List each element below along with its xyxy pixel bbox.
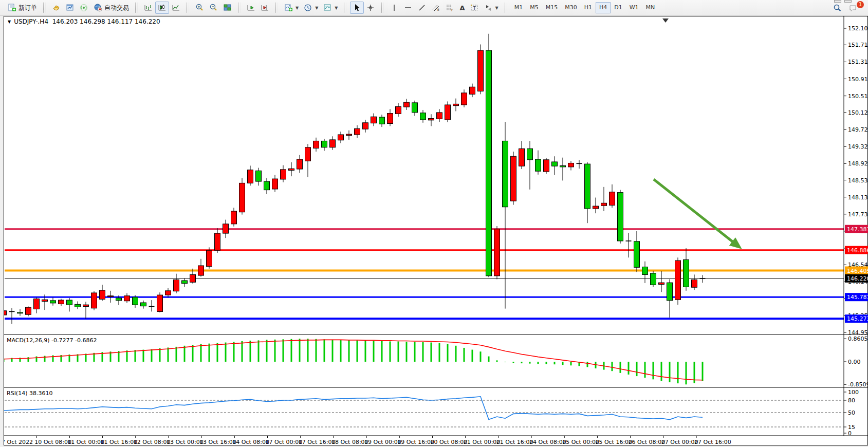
auto-trading-icon [94,4,102,12]
text-label-tool-button[interactable]: T [468,2,482,14]
trendline-tool-button[interactable] [415,2,429,14]
dropdown-arrow-icon: ▼ [335,6,338,10]
macd-indicator-label: MACD(12,26,9) -0.7277 -0.6862 [7,337,97,344]
chart-title: ▼USDJPY-,H4 146.203 146.298 146.117 146.… [8,18,163,25]
trendline-icon [418,4,427,12]
rsi-pane: 1008050150 [4,389,859,437]
auto-scroll-icon [247,4,255,12]
market-watch-icon [66,4,75,12]
cursor-tool-button[interactable] [350,2,364,14]
toolbar-separator [43,3,46,13]
svg-text:21 Oct 16:00: 21 Oct 16:00 [496,439,533,445]
svg-text:100: 100 [848,389,859,396]
line-chart-icon [172,4,180,12]
new-order-label: 新订单 [19,4,37,12]
svg-text:146.220: 146.220 [847,275,868,282]
channel-icon: E [432,4,440,12]
text-tool-button[interactable]: A [457,2,467,14]
line-chart-mode-button[interactable] [169,2,183,14]
timeframe-M1[interactable]: M1 [511,2,527,13]
trend-arrow-annotation[interactable] [654,179,740,247]
timeframe-W1[interactable]: W1 [626,2,642,13]
svg-text:148.530: 148.530 [848,177,868,184]
dropdown-arrow-icon: ▼ [315,6,318,10]
candlestick-mode-button[interactable] [155,2,169,14]
svg-text:149.320: 149.320 [848,143,868,150]
equidistant-channel-tool-button[interactable]: E [429,2,443,14]
timeframe-MN[interactable]: MN [642,2,659,13]
rsi-line [4,397,703,420]
svg-text:17 Oct 00:00: 17 Oct 00:00 [266,439,303,445]
timeframe-M5[interactable]: M5 [526,2,542,13]
svg-text:19 Oct 00:00: 19 Oct 00:00 [364,439,401,445]
macd-pane: 0.86050.00-0.8509 [4,336,868,388]
crosshair-tool-button[interactable] [364,2,378,14]
quotes-button[interactable] [49,2,63,14]
zoom-in-icon [195,4,204,12]
price-axis[interactable]: 152.100151.710151.310150.910150.510150.1… [844,25,868,336]
svg-text:80: 80 [848,397,855,404]
svg-text:10 Oct 08:00: 10 Oct 08:00 [34,439,71,445]
svg-text:11 Oct 00:00: 11 Oct 00:00 [67,439,104,445]
svg-text:19 Oct 16:00: 19 Oct 16:00 [397,439,434,445]
time-axis[interactable]: 7 Oct 202210 Oct 08:0011 Oct 00:0011 Oct… [4,436,731,445]
chart-shift-marker[interactable] [662,18,669,23]
templates-button[interactable]: ▼ [321,2,340,14]
auto-trading-button[interactable]: 自动交易 [91,2,132,14]
svg-text:14 Oct 08:00: 14 Oct 08:00 [232,439,269,445]
candlestick-icon [158,4,167,12]
chart-window[interactable]: ▼USDJPY-,H4 146.203 146.298 146.117 146.… [4,16,868,445]
price-level-lines [5,229,844,319]
svg-text:F: F [451,8,453,12]
text-tool-icon: A [459,4,465,12]
svg-text:17 Oct 16:00: 17 Oct 16:00 [299,439,336,445]
rsi-indicator-label: RSI(14) 38.3610 [7,390,52,397]
timeframe-H4[interactable]: H4 [596,2,611,13]
svg-text:T: T [472,6,476,11]
window-restore-button[interactable] [844,0,852,3]
svg-text:150.910: 150.910 [848,76,868,83]
market-watch-button[interactable] [63,2,77,14]
svg-text:0.8605: 0.8605 [848,336,868,342]
vertical-line-tool-button[interactable] [387,2,401,14]
svg-text:E: E [437,8,439,11]
chat-notifications-icon[interactable]: 1 [848,4,860,12]
chart-canvas[interactable]: 152.100151.710151.310150.910150.510150.1… [4,16,868,446]
zoom-in-button[interactable] [193,2,207,14]
toolbar-separator [344,3,346,13]
zoom-out-button[interactable] [207,2,220,14]
svg-text:148.920: 148.920 [848,160,868,167]
chart-menu-triangle-icon[interactable]: ▼ [8,20,11,24]
new-order-icon [8,4,16,12]
svg-text:25 Oct 16:00: 25 Oct 16:00 [595,439,632,445]
svg-text:151.310: 151.310 [848,59,868,65]
timeframe-H1[interactable]: H1 [581,2,596,13]
toolbar-separator [135,3,138,13]
svg-text:149.720: 149.720 [848,126,868,133]
window-minimize-button[interactable] [834,0,841,3]
signals-button[interactable] [77,2,91,14]
tile-windows-button[interactable] [220,2,234,14]
svg-text:0: 0 [848,430,852,437]
svg-text:0.00: 0.00 [848,359,861,365]
auto-scroll-button[interactable] [244,2,258,14]
timeframe-M15[interactable]: M15 [542,2,562,13]
bar-chart-icon [144,4,153,12]
horizontal-line-tool-button[interactable] [401,2,415,14]
periods-button[interactable]: ▼ [301,2,321,14]
svg-text:18 Oct 08:00: 18 Oct 08:00 [331,439,368,445]
bar-chart-mode-button[interactable] [141,2,155,14]
timeframe-M30[interactable]: M30 [561,2,581,13]
svg-text:147.381: 147.381 [847,226,868,233]
dropdown-arrow-icon: ▼ [296,6,299,10]
horizontal-line-icon [404,4,413,12]
arrows-tool-button[interactable]: ▼ [482,2,501,14]
search-icon[interactable] [833,4,841,12]
svg-text:-0.8509: -0.8509 [848,381,868,388]
new-order-button[interactable]: 新订单 [5,2,40,14]
indicators-button[interactable]: ▼ [282,2,301,14]
timeframe-D1[interactable]: D1 [611,2,625,13]
chart-shift-button[interactable] [258,2,272,14]
svg-text:27 Oct 00:00: 27 Oct 00:00 [661,439,698,445]
fibonacci-tool-button[interactable]: F [443,2,457,14]
